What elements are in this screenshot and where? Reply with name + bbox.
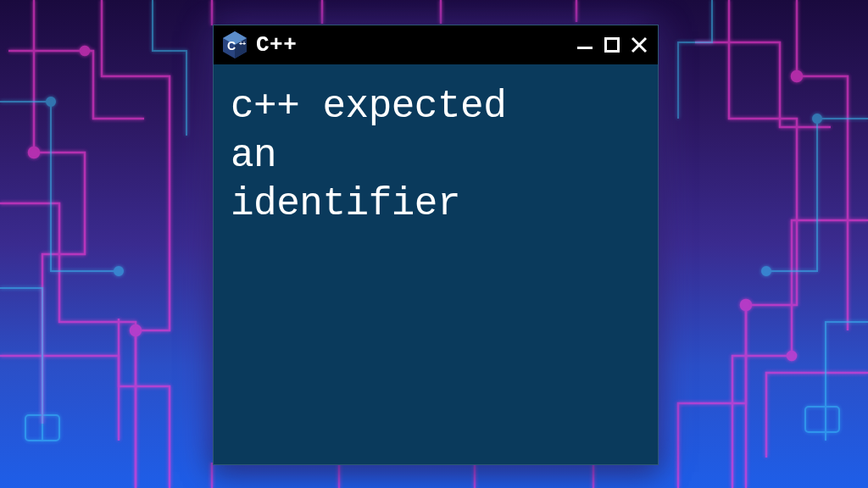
svg-point-2 [81,47,89,55]
window-controls [575,35,649,55]
close-button[interactable] [629,35,649,55]
svg-point-8 [813,114,821,123]
terminal-content: c++ expected an identifier [214,64,658,464]
maximize-button[interactable] [602,35,622,55]
svg-point-0 [29,147,39,158]
minimize-button[interactable] [575,35,595,55]
svg-point-6 [47,97,55,106]
terminal-window: C + + C++ c++ expected an identifier [213,25,659,465]
window-titlebar[interactable]: C + + C++ [214,25,658,64]
svg-text:C: C [227,39,236,53]
svg-point-1 [131,325,141,336]
cpp-hexagon-icon: C + + [222,30,248,59]
window-title: C++ [256,32,297,58]
svg-point-9 [762,267,771,275]
svg-rect-11 [805,407,839,432]
svg-text:+: + [242,41,246,47]
svg-point-3 [792,71,802,81]
svg-point-5 [787,352,796,360]
svg-point-7 [114,267,123,275]
svg-point-4 [741,300,751,310]
